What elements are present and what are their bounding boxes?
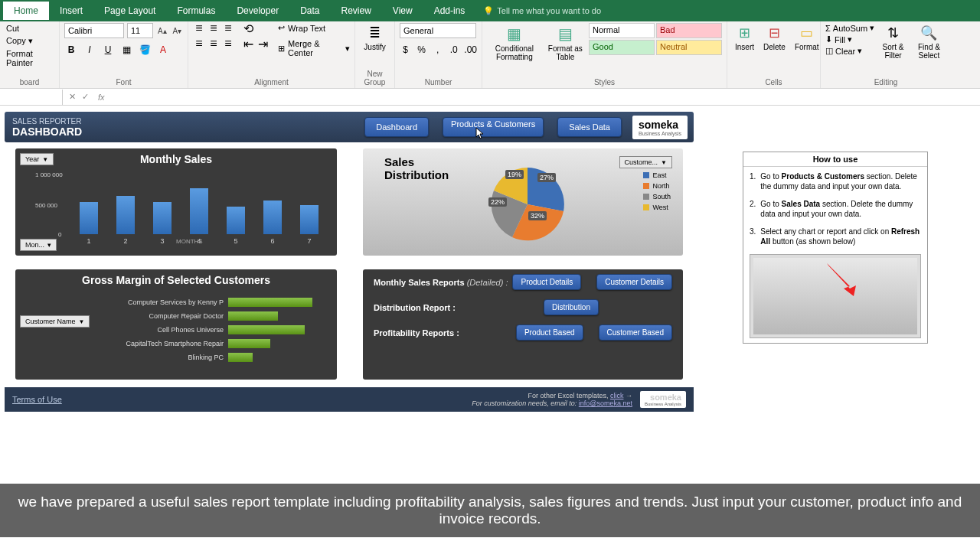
terms-link[interactable]: Terms of Use — [12, 395, 62, 404]
customer-name-filter[interactable]: Customer Name▼ — [20, 315, 90, 328]
tab-view[interactable]: View — [382, 2, 423, 20]
font-name-input[interactable] — [64, 23, 124, 38]
cut-button[interactable]: Cut — [5, 23, 21, 34]
align-center-icon[interactable]: ≡ — [207, 38, 220, 49]
style-normal[interactable]: Normal — [589, 23, 655, 38]
bar — [116, 196, 135, 234]
year-filter[interactable]: Year▼ — [20, 153, 54, 165]
percent-icon[interactable]: % — [416, 43, 427, 57]
tab-developer[interactable]: Developer — [226, 2, 289, 20]
sort-filter-button[interactable]: ⇅Sort & Filter — [877, 23, 909, 61]
legend-swatch — [643, 183, 649, 189]
currency-icon[interactable]: $ — [400, 43, 411, 57]
hbar — [228, 339, 270, 348]
justify-button[interactable]: ≣ Justify — [360, 23, 390, 53]
fx-icon[interactable]: fx — [95, 93, 108, 102]
align-bottom-icon[interactable]: ≡ — [222, 23, 234, 34]
video-subtitle: we have prepared a useful sales report t… — [0, 484, 980, 537]
cancel-formula-icon[interactable]: ✕ — [69, 92, 76, 102]
orientation-icon[interactable]: ⟲ — [242, 23, 254, 34]
tab-insert[interactable]: Insert — [49, 2, 93, 20]
wrap-text-button[interactable]: ↩Wrap Text — [278, 23, 350, 33]
style-bad[interactable]: Bad — [656, 23, 722, 38]
fill-color-button[interactable]: 🪣 — [138, 43, 152, 57]
y-tick: 500 000 — [35, 202, 57, 209]
increase-font-icon[interactable]: A▴ — [156, 24, 168, 37]
bold-button[interactable]: B — [64, 43, 78, 57]
format-cells-button[interactable]: ▭Format — [792, 23, 822, 53]
align-left-icon[interactable]: ≡ — [193, 38, 205, 49]
howto-step: 1.Go to Products & Customers section. De… — [750, 171, 921, 191]
pie-label: 32% — [528, 211, 547, 220]
tab-addins[interactable]: Add-ins — [423, 2, 476, 20]
align-top-icon[interactable]: ≡ — [193, 23, 205, 34]
funnel-icon: ▼ — [79, 318, 85, 325]
tell-me-search[interactable]: 💡 Tell me what you want to do — [483, 6, 601, 16]
email-link[interactable]: info@someka.net — [579, 399, 632, 407]
product-based-button[interactable]: Product Based — [516, 324, 583, 341]
someka-logo-small: someka Business Analysis — [640, 391, 686, 408]
increase-decimal-icon[interactable]: .0 — [448, 43, 459, 57]
style-neutral[interactable]: Neutral — [656, 40, 722, 55]
tab-data[interactable]: Data — [289, 2, 330, 20]
nav-dashboard-button[interactable]: Dashboard — [364, 117, 429, 137]
distribution-button[interactable]: Distribution — [544, 299, 599, 315]
insert-cells-button[interactable]: ⊞Insert — [732, 23, 757, 53]
hbar — [228, 298, 312, 307]
decrease-decimal-icon[interactable]: .00 — [464, 43, 477, 57]
increase-indent-icon[interactable]: ⇥ — [256, 38, 269, 49]
style-good[interactable]: Good — [589, 40, 655, 55]
customer-filter[interactable]: Custome...▼ — [619, 156, 672, 168]
hbar-label: Computer Repair Doctor — [113, 312, 228, 320]
tab-home[interactable]: Home — [3, 2, 49, 20]
align-right-icon[interactable]: ≡ — [222, 38, 234, 49]
underline-button[interactable]: U — [101, 43, 115, 57]
tab-page-layout[interactable]: Page Layout — [93, 2, 166, 20]
tab-review[interactable]: Review — [331, 2, 382, 20]
nav-products-button[interactable]: Products & Customers — [443, 117, 544, 137]
pie-label: 19% — [505, 170, 524, 179]
delete-cells-button[interactable]: ⊟Delete — [760, 23, 789, 53]
y-tick: 1 000 000 — [35, 171, 63, 178]
sales-distribution-chart[interactable]: SalesDistribution Custome...▼ 27% 32% 22… — [363, 148, 683, 256]
month-filter[interactable]: Mon...▾ — [20, 239, 57, 251]
font-size-input[interactable] — [127, 23, 153, 38]
format-as-table-button[interactable]: ▤ Format as Table — [545, 23, 586, 63]
bar-x-label: 2 — [116, 237, 135, 245]
templates-link[interactable]: click — [610, 392, 624, 399]
font-color-button[interactable]: A — [156, 43, 170, 57]
fill-button[interactable]: ⬇Fill ▾ — [825, 34, 874, 44]
gross-margin-chart[interactable]: Gross Margin of Selected Customers Custo… — [15, 269, 337, 380]
product-details-button[interactable]: Product Details — [512, 274, 581, 290]
decrease-font-icon[interactable]: A▾ — [172, 24, 184, 37]
decrease-indent-icon[interactable]: ⇤ — [242, 38, 254, 49]
align-middle-icon[interactable]: ≡ — [207, 23, 220, 34]
monthly-sales-chart[interactable]: Monthly Sales Year▼ Mon...▾ 1 000 000 50… — [15, 148, 337, 256]
conditional-formatting-button[interactable]: ▦ Conditional Formatting — [487, 23, 542, 63]
clear-button[interactable]: ◫Clear ▾ — [825, 46, 874, 56]
number-format-select[interactable] — [400, 23, 476, 38]
legend-swatch — [643, 194, 649, 200]
autosum-button[interactable]: ΣAutoSum ▾ — [825, 23, 874, 33]
find-select-button[interactable]: 🔍Find & Select — [912, 23, 946, 61]
bar-x-label: 5 — [227, 237, 245, 245]
customer-details-button[interactable]: Customer Details — [596, 274, 672, 290]
bar-x-label: 6 — [263, 237, 282, 245]
merge-center-button[interactable]: ⊞Merge & Center ▾ — [278, 39, 350, 57]
copy-button[interactable]: Copy ▾ — [5, 35, 34, 47]
bar — [190, 188, 208, 234]
sigma-icon: Σ — [825, 24, 831, 33]
dropdown-icon: ▾ — [47, 241, 51, 249]
customer-based-button[interactable]: Customer Based — [599, 324, 672, 341]
accept-formula-icon[interactable]: ✓ — [82, 92, 89, 102]
group-label-newgroup: New Group — [360, 70, 390, 88]
comma-icon[interactable]: , — [432, 43, 443, 57]
format-painter-button[interactable]: Format Painter — [5, 48, 54, 68]
dashboard-header: SALES REPORTER DASHBOARD Dashboard Produ… — [5, 112, 694, 142]
name-box[interactable] — [0, 90, 63, 105]
tab-formulas[interactable]: Formulas — [166, 2, 226, 20]
search-icon: 🔍 — [920, 24, 937, 41]
nav-salesdata-button[interactable]: Sales Data — [557, 117, 622, 137]
border-button[interactable]: ▦ — [119, 43, 133, 57]
italic-button[interactable]: I — [83, 43, 96, 57]
